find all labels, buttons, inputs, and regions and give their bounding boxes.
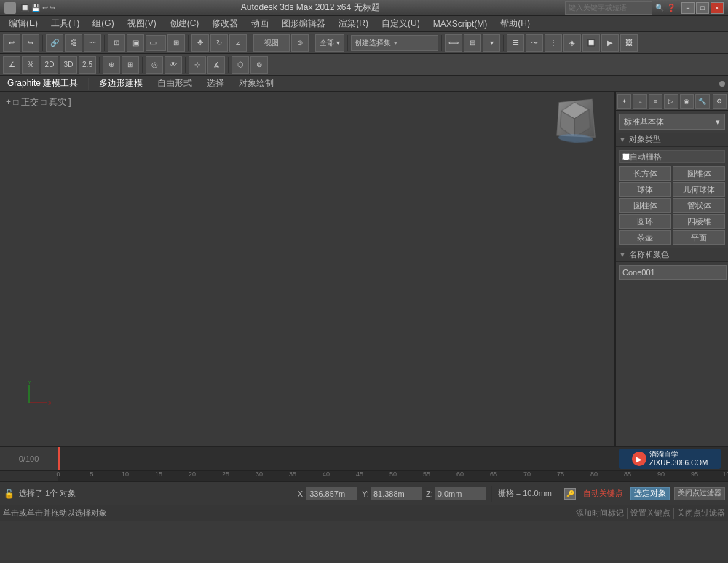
select-region-dropdown[interactable]: ▭: [146, 35, 166, 51]
rp-category-dropdown[interactable]: 标准基本体 ▾: [619, 114, 725, 130]
obj-torus-button[interactable]: 圆环: [619, 214, 671, 229]
timeline-track[interactable]: ▶ 溜溜自学 ZIXUE.3066.COM: [58, 447, 728, 470]
schematic-view-button[interactable]: ⋮: [545, 34, 562, 52]
percent-snap-button[interactable]: %: [22, 56, 39, 74]
menu-view[interactable]: 视图(V): [122, 16, 162, 31]
selection-lock-button[interactable]: 🔓: [3, 488, 15, 500]
graphite-select[interactable]: 选择: [202, 76, 229, 91]
obj-pyramid-button[interactable]: 四棱锥: [673, 214, 725, 229]
select-button[interactable]: ⊡: [108, 34, 125, 52]
obj-cylinder-button[interactable]: 圆柱体: [619, 198, 671, 213]
ref-coord-dropdown[interactable]: 视图: [253, 34, 290, 52]
window-crossing-button[interactable]: ⊞: [167, 34, 185, 52]
close-filter-button[interactable]: 关闭点过滤器: [674, 487, 725, 500]
search-icon[interactable]: 🔍: [655, 4, 664, 12]
graphite-freeform[interactable]: 自由形式: [153, 76, 197, 91]
rp-name-color-header[interactable]: ▼ 名称和颜色: [616, 248, 728, 262]
object-name-input[interactable]: [619, 265, 727, 280]
x-coord-input[interactable]: [306, 487, 357, 500]
obj-box-button[interactable]: 长方体: [619, 166, 671, 181]
menu-group[interactable]: 组(G): [87, 16, 119, 31]
selected-filters-button[interactable]: 选定对象: [630, 487, 670, 500]
rp-hierarchy-button[interactable]: ≡: [649, 94, 662, 109]
menu-maxscript[interactable]: MAXScript(M): [427, 17, 494, 31]
menu-graph-editor[interactable]: 图形编辑器: [276, 16, 331, 31]
graphite-poly-modeling[interactable]: 多边形建模: [95, 76, 147, 91]
align-dropdown[interactable]: ▾: [483, 34, 500, 52]
minimize-button[interactable]: −: [681, 2, 695, 14]
angle-measure-button[interactable]: ∡: [207, 56, 225, 74]
obj-teapot-button[interactable]: 茶壶: [619, 230, 671, 245]
menu-modifiers[interactable]: 修改器: [206, 16, 244, 31]
select-filter-button[interactable]: 全部 ▾: [315, 34, 344, 52]
undo-button[interactable]: ↩: [3, 34, 20, 52]
status-right-buttons: 关闭点过滤器: [674, 487, 725, 500]
rp-create-button[interactable]: ✦: [617, 94, 631, 109]
angle-snap-button[interactable]: ∠: [3, 56, 20, 74]
rp-utility-button[interactable]: 🔧: [695, 94, 709, 109]
menu-render[interactable]: 渲染(R): [333, 16, 374, 31]
menu-customize[interactable]: 自定义(U): [376, 16, 426, 31]
select-move-button[interactable]: ✥: [191, 34, 209, 52]
render-setup-button[interactable]: 🔲: [582, 34, 600, 52]
viewport[interactable]: + □ 正交 □ 真实 ] X Y: [0, 92, 615, 446]
curve-editor-button[interactable]: 〜: [526, 34, 543, 52]
obj-plane-button[interactable]: 平面: [673, 230, 725, 245]
view-cube-button[interactable]: ⬡: [232, 56, 249, 74]
render-frame-button[interactable]: 🖼: [620, 34, 638, 52]
search-input[interactable]: [565, 1, 652, 15]
rp-display-button[interactable]: ◉: [680, 94, 694, 109]
xform-gizmo-button[interactable]: ⊹: [189, 56, 206, 74]
menu-create[interactable]: 创建(C): [164, 16, 205, 31]
menu-edit[interactable]: 编辑(E): [3, 16, 44, 31]
time-slider[interactable]: [58, 447, 60, 470]
material-editor-button[interactable]: ◈: [563, 34, 581, 52]
rp-options-button[interactable]: ⚙: [713, 94, 727, 109]
rp-modify-button[interactable]: ⟁: [633, 94, 646, 109]
obj-sphere-button[interactable]: 球体: [619, 182, 671, 197]
help-icon[interactable]: ❓: [667, 4, 676, 12]
menu-tools[interactable]: 工具(T): [45, 16, 85, 31]
set-key-button[interactable]: 🔑: [564, 488, 576, 500]
nav-cube[interactable]: [556, 99, 595, 138]
snap-2d-button[interactable]: 2D: [41, 56, 58, 74]
maximize-button[interactable]: □: [696, 2, 709, 14]
spinner-snap-button[interactable]: ⊕: [103, 56, 120, 74]
graphite-paint[interactable]: 对象绘制: [234, 76, 278, 91]
select-rotate-button[interactable]: ↻: [210, 34, 228, 52]
auto-grid-checkbox[interactable]: [622, 153, 630, 160]
rp-object-type-header[interactable]: ▼ 对象类型: [616, 133, 728, 147]
y-coord-input[interactable]: [371, 487, 422, 500]
render-button[interactable]: ▶: [601, 34, 619, 52]
add-time-tag[interactable]: 添加时间标记: [576, 508, 624, 519]
hide-unselected-button[interactable]: 👁: [165, 56, 182, 74]
steering-wheels-button[interactable]: ⊚: [250, 56, 268, 74]
grid-snap-button[interactable]: ⊞: [122, 56, 139, 74]
snap-25d-button[interactable]: 2.5: [79, 56, 96, 74]
select-scale-button[interactable]: ⊿: [229, 34, 247, 52]
auto-key-button[interactable]: 自动关键点: [580, 488, 626, 499]
set-keys-tag[interactable]: 设置关键点: [630, 508, 670, 519]
mirror-button[interactable]: ⟺: [445, 34, 462, 52]
select-link-button[interactable]: 🔗: [46, 34, 63, 52]
redo-button[interactable]: ↪: [22, 34, 39, 52]
viewport-nav[interactable]: [556, 99, 600, 143]
unlink-button[interactable]: ⛓: [65, 34, 82, 52]
obj-tube-button[interactable]: 管状体: [673, 198, 725, 213]
named-selection-set[interactable]: 创建选择集 ▾: [351, 35, 438, 51]
close-filter-tag[interactable]: 关闭点过滤器: [677, 508, 725, 519]
align-button[interactable]: ⊟: [464, 34, 481, 52]
select-name-button[interactable]: ▣: [127, 34, 144, 52]
obj-geosphere-button[interactable]: 几何球体: [673, 182, 725, 197]
bind-spacewarp-button[interactable]: 〰: [84, 34, 101, 52]
rp-motion-button[interactable]: ▷: [664, 94, 678, 109]
menu-animation[interactable]: 动画: [245, 16, 274, 31]
snap-3d-button[interactable]: 3D: [60, 56, 77, 74]
menu-help[interactable]: 帮助(H): [494, 16, 536, 31]
z-coord-input[interactable]: [435, 487, 486, 500]
isolate-button[interactable]: ◎: [146, 56, 163, 74]
pivot-button[interactable]: ⊙: [291, 34, 309, 52]
layer-button[interactable]: ☰: [507, 34, 524, 52]
close-button[interactable]: ×: [711, 2, 724, 14]
obj-cone-button[interactable]: 圆锥体: [673, 166, 725, 181]
